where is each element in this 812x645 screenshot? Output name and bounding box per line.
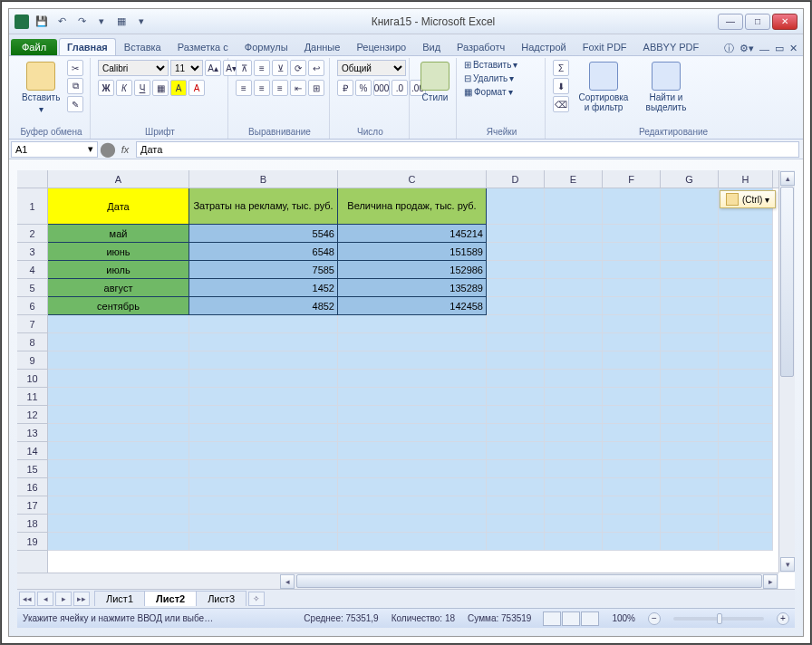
cell-C1[interactable]: Величина продаж, тыс. руб. <box>338 188 487 225</box>
cell-A19[interactable] <box>48 533 189 551</box>
cell-D12[interactable] <box>487 406 545 424</box>
cell-D1[interactable] <box>487 188 545 225</box>
styles-button[interactable]: Стили <box>417 60 453 104</box>
row-header-4[interactable]: 4 <box>17 261 47 279</box>
qat-undo-icon[interactable]: ↶ <box>54 14 69 29</box>
cell-G18[interactable] <box>661 515 719 533</box>
cell-H6[interactable] <box>719 297 773 315</box>
cell-A5[interactable]: август <box>48 279 189 297</box>
cell-H13[interactable] <box>719 424 773 442</box>
cell-F6[interactable] <box>603 297 661 315</box>
cells-insert-button[interactable]: ⊞ Вставить ▾ <box>464 60 517 70</box>
cells-delete-button[interactable]: ⊟ Удалить ▾ <box>464 73 514 83</box>
wrap-icon[interactable]: ↩ <box>308 60 324 76</box>
cell-B15[interactable] <box>189 460 338 478</box>
indent-dec-icon[interactable]: ⇤ <box>290 80 306 96</box>
cell-F13[interactable] <box>603 424 661 442</box>
paste-button[interactable]: Вставить ▾ <box>18 60 63 116</box>
row-header-19[interactable]: 19 <box>17 533 47 551</box>
cell-F10[interactable] <box>603 370 661 388</box>
cell-D14[interactable] <box>487 442 545 460</box>
cell-H10[interactable] <box>719 370 773 388</box>
find-select-button[interactable]: Найти и выделить <box>638 60 694 114</box>
cell-G10[interactable] <box>661 370 719 388</box>
cell-C17[interactable] <box>338 496 487 515</box>
cell-B4[interactable]: 7585 <box>189 261 338 279</box>
sheet-tab-2[interactable]: Лист3 <box>196 591 246 606</box>
row-header-9[interactable]: 9 <box>17 351 47 370</box>
cell-F1[interactable] <box>603 188 661 225</box>
cell-G19[interactable] <box>661 533 719 551</box>
cell-H4[interactable] <box>719 261 773 279</box>
cell-C14[interactable] <box>338 442 487 460</box>
cell-H17[interactable] <box>719 496 773 515</box>
select-all-corner[interactable] <box>17 170 48 188</box>
ribbon-tab-3[interactable]: Формулы <box>237 38 296 55</box>
cell-A11[interactable] <box>48 388 189 406</box>
cell-B14[interactable] <box>189 442 338 460</box>
cell-B10[interactable] <box>189 370 338 388</box>
col-header-H[interactable]: H <box>719 170 773 188</box>
cell-F5[interactable] <box>603 279 661 297</box>
cell-B11[interactable] <box>189 388 338 406</box>
cell-C16[interactable] <box>338 478 487 496</box>
cell-D3[interactable] <box>487 243 545 261</box>
row-header-1[interactable]: 1 <box>17 188 47 225</box>
qat-dd-icon[interactable]: ▾ <box>134 14 149 29</box>
cell-H8[interactable] <box>719 333 773 351</box>
cell-F18[interactable] <box>603 515 661 533</box>
ribbon-tab-9[interactable]: Foxit PDF <box>575 38 635 55</box>
scroll-thumb-h[interactable] <box>296 574 762 588</box>
doc-close-icon[interactable]: ✕ <box>789 43 798 54</box>
ribbon-tab-8[interactable]: Надстрой <box>513 38 574 55</box>
cell-D15[interactable] <box>487 460 545 478</box>
cell-G11[interactable] <box>661 388 719 406</box>
cell-C2[interactable]: 145214 <box>338 225 487 243</box>
cell-F17[interactable] <box>603 496 661 515</box>
paste-options-button[interactable]: (Ctrl) ▾ <box>720 190 776 208</box>
orientation-icon[interactable]: ⟳ <box>290 60 306 76</box>
fx-icon[interactable]: fx <box>114 144 136 155</box>
scroll-down-icon[interactable]: ▾ <box>780 557 795 572</box>
cell-A14[interactable] <box>48 442 189 460</box>
italic-button[interactable]: К <box>116 80 132 96</box>
cell-G1[interactable] <box>661 188 719 225</box>
cell-F8[interactable] <box>603 333 661 351</box>
cell-A7[interactable] <box>48 315 189 333</box>
bold-button[interactable]: Ж <box>98 80 114 96</box>
cell-F15[interactable] <box>603 460 661 478</box>
ribbon-tab-6[interactable]: Вид <box>414 38 449 55</box>
cell-D16[interactable] <box>487 478 545 496</box>
font-name-select[interactable]: Calibri <box>98 60 169 76</box>
col-header-C[interactable]: C <box>338 170 487 188</box>
copy-icon[interactable]: ⧉ <box>67 78 83 94</box>
view-switcher[interactable] <box>544 611 599 626</box>
sheet-nav-2[interactable]: ▸ <box>55 592 72 606</box>
cell-C7[interactable] <box>338 315 487 333</box>
cell-H12[interactable] <box>719 406 773 424</box>
clear-icon[interactable]: ⌫ <box>553 96 569 112</box>
cell-A8[interactable] <box>48 333 189 351</box>
fx-cancel-icon[interactable]: ⬤ <box>100 140 114 158</box>
cell-C5[interactable]: 135289 <box>338 279 487 297</box>
cell-E4[interactable] <box>545 261 603 279</box>
col-header-E[interactable]: E <box>545 170 603 188</box>
scroll-left-icon[interactable]: ◂ <box>280 574 295 589</box>
cell-D2[interactable] <box>487 225 545 243</box>
row-header-6[interactable]: 6 <box>17 297 47 315</box>
cell-F9[interactable] <box>603 351 661 370</box>
font-color-icon[interactable]: A <box>188 80 205 96</box>
cell-E3[interactable] <box>545 243 603 261</box>
cell-F14[interactable] <box>603 442 661 460</box>
col-header-G[interactable]: G <box>661 170 719 188</box>
cell-G17[interactable] <box>661 496 719 515</box>
cell-F12[interactable] <box>603 406 661 424</box>
col-header-B[interactable]: B <box>189 170 338 188</box>
row-header-5[interactable]: 5 <box>17 279 47 297</box>
cell-H16[interactable] <box>719 478 773 496</box>
cell-B5[interactable]: 1452 <box>189 279 338 297</box>
qat-redo-icon[interactable]: ↷ <box>74 14 89 29</box>
cell-E19[interactable] <box>545 533 603 551</box>
cells-format-button[interactable]: ▦ Формат ▾ <box>464 87 513 97</box>
cell-A9[interactable] <box>48 351 189 370</box>
